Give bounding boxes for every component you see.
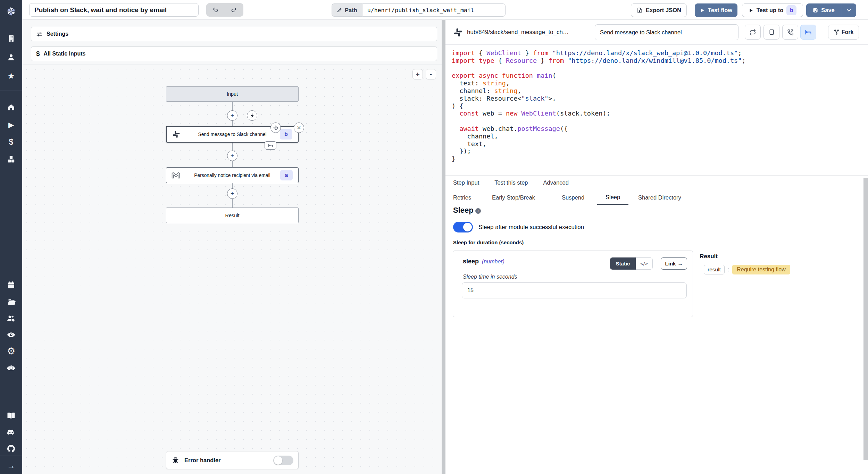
test-flow-button[interactable]: Test flow <box>695 3 737 17</box>
suspend-phone-icon-button[interactable] <box>782 25 798 40</box>
result-row: result : Require testing flow <box>704 265 790 274</box>
export-json-label: Export JSON <box>646 7 681 14</box>
settings-gear-icon[interactable]: ⚙ <box>0 346 22 356</box>
sidebar-divider <box>0 456 22 456</box>
groups-users-gear-icon[interactable] <box>0 313 22 324</box>
all-static-inputs-bar[interactable]: $ All Static Inputs <box>31 46 437 61</box>
zoom-out-button[interactable]: - <box>426 69 436 79</box>
path-value[interactable]: u/henri/publish_slack_wait_mail <box>362 3 506 17</box>
tab-shared-directory[interactable]: Shared Directory <box>638 190 681 205</box>
flow-canvas[interactable]: Settings $ All Static Inputs + - Input +… <box>22 20 442 474</box>
redo-button[interactable] <box>225 3 243 17</box>
dollar-icon: $ <box>36 50 40 58</box>
code-icon: </> <box>640 261 648 266</box>
collapse-arrow-right-icon[interactable]: → <box>0 460 22 471</box>
sleep-toggle-label: Sleep after module successful execution <box>478 224 584 231</box>
save-dropdown-button[interactable] <box>841 3 856 17</box>
slack-step-node[interactable]: Send message to Slack channel b × <box>166 126 299 143</box>
discord-icon[interactable] <box>0 427 22 438</box>
flow-title-input[interactable] <box>29 3 199 17</box>
code-mode-button[interactable]: </> <box>636 257 653 270</box>
workspace-building-icon[interactable] <box>0 33 22 44</box>
slack-step-badge: b <box>280 129 292 139</box>
tab-step-input[interactable]: Step Input <box>453 179 479 186</box>
workers-robot-icon[interactable] <box>0 363 22 373</box>
sleep-duration-label: Sleep for duration (seconds) <box>453 239 524 245</box>
path-group: Path u/henri/publish_slack_wait_mail <box>332 3 506 17</box>
folders-icon[interactable] <box>0 297 22 307</box>
tab-sleep[interactable]: Sleep <box>597 190 628 205</box>
sleep-toggle[interactable] <box>453 222 473 232</box>
panel-scrollbar[interactable] <box>863 178 868 460</box>
slack-icon <box>454 28 462 37</box>
add-step-button[interactable]: + <box>227 151 237 161</box>
test-flow-label: Test flow <box>708 7 732 14</box>
save-button-group: Save <box>806 3 856 17</box>
delete-step-button[interactable]: × <box>294 122 304 133</box>
sleep-bed-icon-button[interactable] <box>800 25 816 40</box>
slack-step-label: Send message to Slack channel <box>167 132 298 137</box>
panel-splitter[interactable] <box>442 20 445 474</box>
tab-retries[interactable]: Retries <box>453 190 471 205</box>
email-step-badge: a <box>280 170 293 180</box>
schedules-calendar-icon[interactable] <box>0 280 22 290</box>
sleep-bed-indicator-icon[interactable] <box>265 141 276 150</box>
result-node[interactable]: Result <box>166 208 299 223</box>
input-node[interactable]: Input <box>166 86 299 102</box>
tab-suspend[interactable]: Suspend <box>562 190 584 205</box>
add-step-button[interactable]: + <box>227 110 237 121</box>
test-up-to-button[interactable]: Test up to b <box>742 3 803 17</box>
sliders-icon <box>36 31 43 37</box>
hub-script-path[interactable]: hub/849/slack/send_message_to_ch… <box>467 20 569 45</box>
sleep-section-heading: Sleep i <box>453 206 481 215</box>
favorites-star-icon[interactable]: ★ <box>0 71 22 81</box>
all-static-inputs-label: All Static Inputs <box>44 51 86 57</box>
step-header: hub/849/slack/send_message_to_ch… Fork <box>445 20 868 45</box>
link-button[interactable]: Link → <box>661 257 687 270</box>
move-step-handle[interactable] <box>270 122 281 133</box>
error-handler-toggle[interactable] <box>273 456 293 465</box>
save-button[interactable]: Save <box>806 3 841 17</box>
file-export-icon <box>636 7 643 14</box>
trigger-lightning-button[interactable] <box>247 110 257 121</box>
play-icon <box>749 8 753 13</box>
runs-play-icon[interactable]: ▶ <box>0 119 22 130</box>
undo-redo-group <box>206 3 243 17</box>
email-step-node[interactable]: Personally notice recipient via email a <box>166 167 299 183</box>
tab-advanced[interactable]: Advanced <box>543 179 569 186</box>
fork-button[interactable]: Fork <box>828 25 859 40</box>
flow-settings-bar[interactable]: Settings <box>31 27 437 41</box>
error-handler-node[interactable]: Error handler <box>166 451 299 469</box>
windmill-logo-icon[interactable] <box>0 3 22 19</box>
variables-dollar-icon[interactable]: $ <box>0 137 22 147</box>
save-label: Save <box>821 7 835 14</box>
zoom-in-button[interactable]: + <box>412 69 423 79</box>
sleep-field-type: (number) <box>482 259 504 264</box>
path-edit-button[interactable]: Path <box>332 3 362 17</box>
bug-icon <box>172 457 179 464</box>
restart-repeat-icon-button[interactable] <box>745 25 761 40</box>
stop-square-icon-button[interactable] <box>763 25 779 40</box>
audit-eye-icon[interactable] <box>0 330 22 340</box>
static-mode-button[interactable]: Static <box>610 257 636 270</box>
tab-early-stop-break[interactable]: Early Stop/Break <box>492 190 535 205</box>
play-icon <box>700 8 705 13</box>
result-key-chip[interactable]: result <box>704 265 725 274</box>
info-icon[interactable]: i <box>475 208 481 214</box>
input-mode-toggle: Static </> <box>610 257 653 270</box>
sleep-seconds-input[interactable] <box>462 282 687 298</box>
git-fork-icon <box>834 29 840 35</box>
step-summary-input[interactable] <box>595 24 738 40</box>
user-icon[interactable] <box>0 52 22 62</box>
tab-test-this-step[interactable]: Test this step <box>494 179 528 186</box>
email-step-label: Personally notice recipient via email <box>166 173 298 178</box>
export-json-button[interactable]: Export JSON <box>631 3 687 17</box>
code-editor[interactable]: import { WebClient } from "https://deno.… <box>445 45 868 175</box>
undo-button[interactable] <box>206 3 225 17</box>
home-icon[interactable] <box>0 102 22 112</box>
docs-book-icon[interactable] <box>0 410 22 421</box>
add-step-button[interactable]: + <box>227 188 237 199</box>
sleep-field-name: sleep(number) <box>463 258 504 265</box>
github-icon[interactable] <box>0 443 22 454</box>
resources-cubes-icon[interactable] <box>0 154 22 164</box>
